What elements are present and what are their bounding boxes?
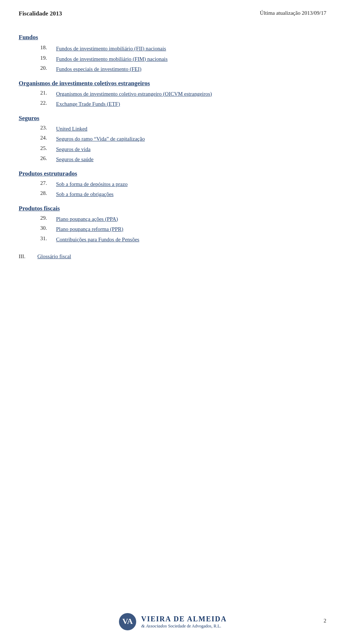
list-item: 19. Fundos de investimento mobiliário (F… [19, 55, 326, 63]
item-number: 21. [40, 90, 56, 96]
list-item: 22. Exchange Trade Funds (ETF) [19, 100, 326, 108]
item-number: 22. [40, 100, 56, 106]
item-number: 23. [40, 125, 56, 131]
produtos-section: Produtos estruturados 27. Sob a forma de… [19, 170, 326, 198]
item-number: 28. [40, 190, 56, 196]
list-item: 27. Sob a forma de depósitos a prazo [19, 180, 326, 188]
list-item: 18. Fundos de investimento imobiliário (… [19, 45, 326, 53]
roman-section-iii: III. Glossário fiscal [19, 254, 326, 260]
logo-text: VIEIRA DE ALMEIDA & Associados Sociedade… [141, 615, 227, 629]
fiscais-heading: Produtos fiscais [19, 205, 326, 212]
list-item: 31. Contribuições para Fundos de Pensões [19, 236, 326, 244]
organismos-section: Organismos de investimento coletivos est… [19, 80, 326, 108]
item-link[interactable]: Seguros de vida [56, 145, 91, 154]
item-link[interactable]: Exchange Trade Funds (ETF) [56, 100, 120, 108]
item-number: 24. [40, 135, 56, 141]
item-link[interactable]: Fundos especiais de investimento (FEI) [56, 65, 141, 73]
item-number: 18. [40, 45, 56, 51]
item-number: 19. [40, 55, 56, 61]
item-link[interactable]: Organismos de investimento coletivo estr… [56, 90, 212, 98]
logo-and-text: & Associados Sociedade de Advogados, R.L… [141, 623, 227, 629]
item-number: 31. [40, 236, 56, 242]
list-item: 20. Fundos especiais de investimento (FE… [19, 65, 326, 73]
item-link[interactable]: Fundos de investimento mobiliário (FIM) … [56, 55, 167, 63]
page-header: Fiscalidade 2013 Última atualização 2013… [0, 0, 345, 24]
last-update: Última atualização 2013/09/17 [260, 10, 326, 16]
list-item: 21. Organismos de investimento coletivo … [19, 90, 326, 98]
roman-section-link[interactable]: Glossário fiscal [37, 254, 71, 260]
list-item: 23. United Linked [19, 125, 326, 133]
logo-main-text: VIEIRA DE ALMEIDA [141, 615, 227, 623]
item-number: 26. [40, 155, 56, 161]
list-item: 26. Seguros de saúde [19, 155, 326, 164]
company-logo: VA VIEIRA DE ALMEIDA & Associados Socied… [118, 612, 227, 631]
page-content: Fundos 18. Fundos de investimento imobil… [0, 24, 345, 288]
list-item: 24. Seguros do ramo “Vida” de capitaliza… [19, 135, 326, 143]
list-item: 28. Sob a forma de obrigações [19, 190, 326, 198]
organismos-heading: Organismos de investimento coletivos est… [19, 80, 326, 87]
fundos-section-heading: Fundos [19, 34, 326, 41]
fundos-items: 18. Fundos de investimento imobiliário (… [19, 45, 326, 73]
item-number: 20. [40, 65, 56, 71]
page-number: 2 [324, 618, 327, 624]
seguros-heading: Seguros [19, 115, 326, 122]
list-item: 29. Plano poupança ações (PPA) [19, 215, 326, 223]
item-link[interactable]: United Linked [56, 125, 87, 133]
roman-numeral: III. [19, 254, 37, 260]
item-number: 30. [40, 225, 56, 231]
page-footer: VA VIEIRA DE ALMEIDA & Associados Socied… [0, 612, 345, 631]
logo-icon: VA [118, 612, 137, 631]
svg-text:VA: VA [122, 617, 133, 626]
item-link[interactable]: Seguros do ramo “Vida” de capitalização [56, 135, 145, 143]
document-title: Fiscalidade 2013 [19, 10, 62, 17]
seguros-section: Seguros 23. United Linked 24. Seguros do… [19, 115, 326, 164]
list-item: 30. Plano poupança reforma (PPR) [19, 225, 326, 233]
item-link[interactable]: Fundos de investimento imobiliário (FII)… [56, 45, 166, 53]
produtos-heading: Produtos estruturados [19, 170, 326, 177]
item-link[interactable]: Sob a forma de obrigações [56, 190, 114, 198]
list-item: 25. Seguros de vida [19, 145, 326, 154]
item-number: 27. [40, 180, 56, 186]
fiscais-section: Produtos fiscais 29. Plano poupança açõe… [19, 205, 326, 244]
item-link[interactable]: Plano poupança reforma (PPR) [56, 225, 123, 233]
item-link[interactable]: Plano poupança ações (PPA) [56, 215, 118, 223]
item-number: 29. [40, 215, 56, 221]
item-link[interactable]: Contribuições para Fundos de Pensões [56, 236, 139, 244]
item-link[interactable]: Seguros de saúde [56, 155, 93, 164]
item-number: 25. [40, 145, 56, 151]
item-link[interactable]: Sob a forma de depósitos a prazo [56, 180, 128, 188]
